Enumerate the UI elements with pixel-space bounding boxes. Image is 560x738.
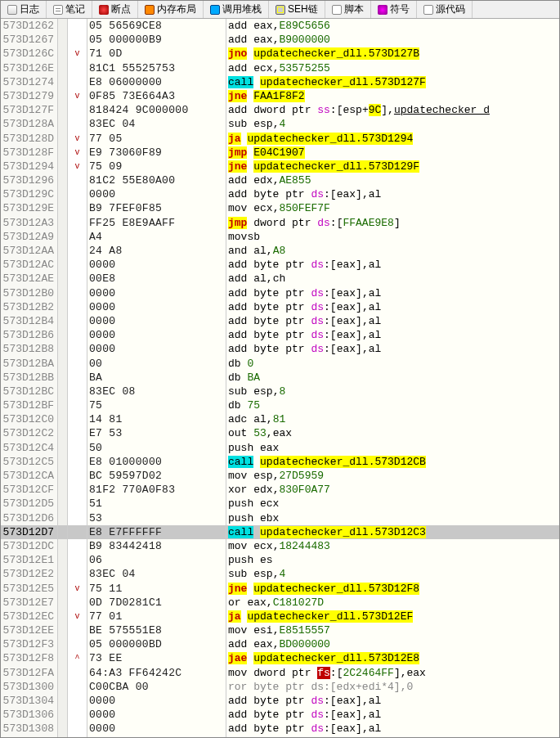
rowheader-cell[interactable]	[58, 426, 68, 440]
bytes-cell[interactable]: 75 09	[87, 160, 226, 173]
asm-cell[interactable]: add byte ptr ds:[eax],al	[226, 328, 560, 342]
address-cell[interactable]: 573D12C4	[1, 441, 58, 455]
rowheader-cell[interactable]	[58, 694, 68, 708]
bytes-cell[interactable]: 83EC 04	[87, 567, 226, 581]
asm-cell[interactable]: jmp dword ptr ds:[FFAAE9E8]	[226, 216, 560, 230]
tab-memory-map[interactable]: 内存布局	[138, 1, 204, 18]
asm-cell[interactable]: mov ecx,18244483	[226, 539, 560, 553]
rowheader-cell[interactable]	[58, 469, 68, 483]
address-cell[interactable]: 573D12D5	[1, 497, 58, 511]
address-cell[interactable]: 573D1294	[1, 160, 58, 173]
bytes-cell[interactable]: 75 11	[87, 582, 226, 596]
address-cell[interactable]: 573D12E1	[1, 553, 58, 567]
rowheader-cell[interactable]	[58, 19, 68, 33]
rowheader-cell[interactable]	[58, 47, 68, 61]
rowheader-cell[interactable]	[58, 610, 68, 623]
rowheader-cell[interactable]	[58, 582, 68, 596]
asm-cell[interactable]: add al,ch	[226, 272, 560, 286]
asm-cell[interactable]: add byte ptr ds:[eax],al	[226, 300, 560, 314]
asm-cell[interactable]: db 75	[226, 398, 560, 412]
rowheader-cell[interactable]	[58, 623, 68, 637]
bytes-cell[interactable]: FF25 E8E9AAFF	[87, 216, 226, 230]
disassembly-view[interactable]: 573D126205 56569CE8add eax,E89C5656573D1…	[1, 19, 559, 738]
rowheader-cell[interactable]	[58, 61, 68, 75]
asm-cell[interactable]: add edx,AE855	[226, 173, 560, 187]
asm-cell[interactable]: jae updatechecker_dll.573D12E8	[226, 651, 560, 665]
address-cell[interactable]: 573D1267	[1, 33, 58, 47]
bytes-cell[interactable]: 24 A8	[87, 244, 226, 258]
bytes-cell[interactable]: 64:A3 FF64242C	[87, 666, 226, 680]
rowheader-cell[interactable]	[58, 708, 68, 722]
address-cell[interactable]: 573D12BC	[1, 385, 58, 398]
bytes-cell[interactable]: 00E8	[87, 272, 226, 286]
bytes-cell[interactable]: 818424 9C000000	[87, 103, 226, 117]
bytes-cell[interactable]: 0000	[87, 187, 226, 201]
rowheader-cell[interactable]	[58, 651, 68, 665]
rowheader-cell[interactable]	[58, 497, 68, 511]
bytes-cell[interactable]: 00	[87, 357, 226, 371]
tab-source[interactable]: 源代码	[417, 1, 473, 18]
asm-cell[interactable]: push es	[226, 553, 560, 567]
tab-notes[interactable]: 笔记	[47, 1, 92, 18]
bytes-cell[interactable]: BE 575551E8	[87, 623, 226, 637]
asm-cell[interactable]: sub esp,4	[226, 117, 560, 131]
address-cell[interactable]: 573D1306	[1, 708, 58, 722]
address-cell[interactable]: 573D1296	[1, 173, 58, 187]
address-cell[interactable]: 573D12CA	[1, 469, 58, 483]
rowheader-cell[interactable]	[58, 300, 68, 314]
bytes-cell[interactable]: 0000	[87, 300, 226, 314]
address-cell[interactable]: 573D128D	[1, 132, 58, 146]
rowheader-cell[interactable]	[58, 511, 68, 525]
rowheader-cell[interactable]	[58, 567, 68, 581]
tab-callstack[interactable]: 调用堆栈	[204, 1, 269, 18]
asm-cell[interactable]: movsb	[226, 230, 560, 244]
address-cell[interactable]: 573D126C	[1, 47, 58, 61]
asm-cell[interactable]: out 53,eax	[226, 426, 560, 440]
rowheader-cell[interactable]	[58, 75, 68, 89]
asm-cell[interactable]: jmp E04C1907	[226, 146, 560, 160]
bytes-cell[interactable]: 0000	[87, 342, 226, 356]
address-cell[interactable]: 573D12F3	[1, 637, 58, 651]
bytes-cell[interactable]: 81C1 55525753	[87, 61, 226, 75]
bytes-cell[interactable]: BC 59597D02	[87, 469, 226, 483]
asm-cell[interactable]: add byte ptr ds:[eax],al	[226, 708, 560, 722]
asm-cell[interactable]: add dword ptr ss:[esp+9C],updatechecker_…	[226, 103, 560, 117]
address-cell[interactable]: 573D128A	[1, 117, 58, 131]
asm-cell[interactable]: add byte ptr ds:[eax],al	[226, 722, 560, 736]
address-cell[interactable]: 573D12FA	[1, 666, 58, 680]
bytes-cell[interactable]: 05 56569CE8	[87, 19, 226, 33]
rowheader-cell[interactable]	[58, 160, 68, 173]
asm-cell[interactable]: push ebx	[226, 511, 560, 525]
bytes-cell[interactable]: 05 000000B9	[87, 33, 226, 47]
bytes-cell[interactable]: 83EC 08	[87, 385, 226, 398]
asm-cell[interactable]: push ecx	[226, 497, 560, 511]
rowheader-cell[interactable]	[58, 342, 68, 356]
bytes-cell[interactable]: 05 000000BD	[87, 637, 226, 651]
asm-cell[interactable]: add eax,BD000000	[226, 637, 560, 651]
rowheader-cell[interactable]	[58, 328, 68, 342]
address-cell[interactable]: 573D12A3	[1, 216, 58, 230]
asm-cell[interactable]: add byte ptr ds:[eax],al	[226, 342, 560, 356]
rowheader-cell[interactable]	[58, 637, 68, 651]
tab-breakpoints[interactable]: 断点	[92, 1, 138, 18]
address-cell[interactable]: 573D12E7	[1, 596, 58, 610]
address-cell[interactable]: 573D12BA	[1, 357, 58, 371]
rowheader-cell[interactable]	[58, 525, 68, 539]
asm-cell[interactable]: ja updatechecker_dll.573D12EF	[226, 610, 560, 623]
asm-cell[interactable]: call updatechecker_dll.573D12CB	[226, 455, 560, 469]
asm-cell[interactable]: add eax,E89C5656	[226, 19, 560, 33]
address-cell[interactable]: 573D12C5	[1, 455, 58, 469]
asm-cell[interactable]: and al,A8	[226, 244, 560, 258]
rowheader-cell[interactable]	[58, 103, 68, 117]
bytes-cell[interactable]: 50	[87, 441, 226, 455]
asm-cell[interactable]: ror byte ptr ds:[edx+edi*4],0	[226, 680, 560, 694]
bytes-cell[interactable]: 81F2 770A0F83	[87, 483, 226, 497]
asm-cell[interactable]: jno updatechecker_dll.573D127B	[226, 47, 560, 61]
asm-cell[interactable]: mov esp,27D5959	[226, 469, 560, 483]
bytes-cell[interactable]: 06	[87, 553, 226, 567]
asm-cell[interactable]: jne FAA1F8F2	[226, 89, 560, 103]
asm-cell[interactable]: add byte ptr ds:[eax],al	[226, 258, 560, 272]
address-cell[interactable]: 573D1304	[1, 694, 58, 708]
address-cell[interactable]: 573D129E	[1, 201, 58, 215]
bytes-cell[interactable]: 0000	[87, 258, 226, 272]
